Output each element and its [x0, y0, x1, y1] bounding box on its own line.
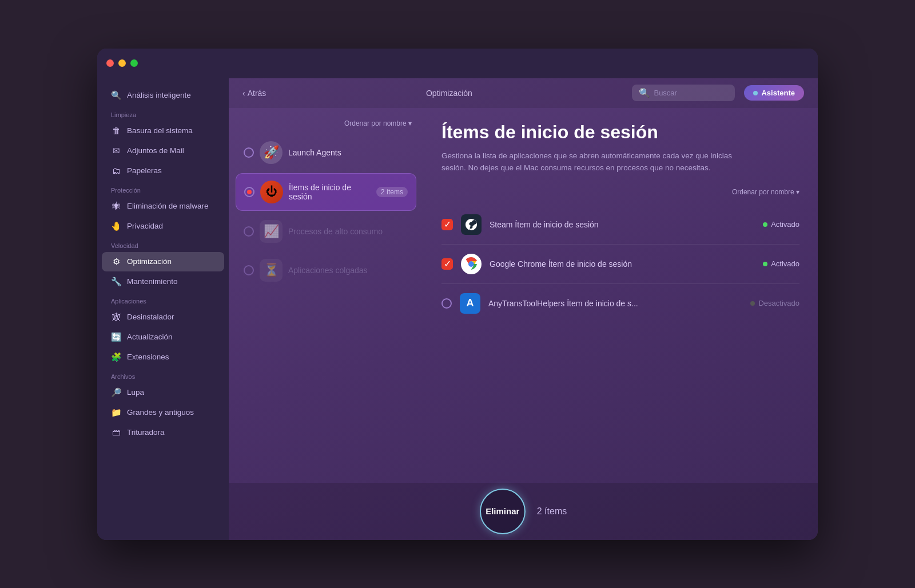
- inicio-sesion-radio[interactable]: [244, 187, 254, 197]
- svg-point-3: [469, 262, 474, 266]
- chrome-checkbox[interactable]: ✓: [441, 258, 453, 270]
- steam-app-icon: [461, 214, 482, 235]
- steam-status-label: Activado: [771, 220, 799, 229]
- sidebar-item-papeleras[interactable]: 🗂 Papeleras: [102, 161, 224, 181]
- analisis-icon: 🔍: [111, 90, 121, 101]
- search-input[interactable]: [654, 89, 728, 97]
- chrome-app-icon: [461, 254, 482, 274]
- section-proteccion: Protección: [97, 181, 229, 196]
- alto-consumo-radio[interactable]: [244, 226, 254, 237]
- colgadas-icon: ⏳: [260, 259, 283, 282]
- launch-agents-radio[interactable]: [244, 147, 254, 158]
- steam-status: Activado: [763, 220, 799, 229]
- list-item-launch-agents[interactable]: 🚀 Launch Agents: [236, 134, 416, 171]
- section-limpieza: Limpieza: [97, 106, 229, 121]
- section-aplicaciones: Aplicaciones: [97, 292, 229, 307]
- sidebar-grandes-label: Grandes y antiguos: [127, 408, 194, 417]
- list-item-inicio-sesion[interactable]: ⏻ Ítems de inicio de sesión 2 ítems: [236, 173, 416, 211]
- sidebar-item-privacidad[interactable]: 🤚 Privacidad: [102, 217, 224, 236]
- anytrans-status-label: Desactivado: [758, 299, 799, 307]
- eliminar-button[interactable]: Eliminar: [480, 489, 526, 534]
- inicio-sesion-label: Ítems de inicio de sesión: [289, 183, 371, 201]
- content-area: 🔍 Análisis inteligente Limpieza 🗑 Basura…: [97, 78, 818, 540]
- section-description: Gestiona la lista de aplicaciones que se…: [441, 150, 739, 174]
- topbar-title: Optimización: [275, 89, 623, 98]
- mantenimiento-icon: 🔧: [111, 277, 121, 287]
- anytrans-status: Desactivado: [750, 299, 799, 307]
- lupa-icon: 🔎: [111, 387, 121, 398]
- titlebar: [97, 49, 818, 78]
- chrome-status-label: Activado: [771, 259, 799, 268]
- table-row: A AnyTransToolHelpers Ítem de inicio de …: [441, 284, 799, 323]
- maximize-button[interactable]: [130, 59, 138, 67]
- sidebar-adjuntos-label: Adjuntos de Mail: [127, 146, 184, 155]
- left-sort-header[interactable]: Ordenar por nombre ▾: [236, 117, 416, 132]
- main-panel: ‹ Atrás Optimización 🔍 Asistente Ordenar…: [229, 78, 818, 540]
- basura-icon: 🗑: [111, 126, 121, 136]
- anytrans-status-dot: [750, 301, 755, 306]
- section-archivos: Archivos: [97, 367, 229, 382]
- steam-checkbox[interactable]: ✓: [441, 219, 453, 230]
- colgadas-radio[interactable]: [244, 265, 254, 275]
- sidebar-item-optimizacion[interactable]: ⚙ Optimización: [102, 252, 224, 271]
- assistant-button[interactable]: Asistente: [744, 85, 804, 101]
- extensiones-icon: 🧩: [111, 352, 121, 362]
- search-box[interactable]: 🔍: [632, 85, 735, 101]
- close-button[interactable]: [106, 59, 114, 67]
- chrome-item-name: Google Chrome Ítem de inicio de sesión: [490, 259, 755, 269]
- inicio-sesion-badge: 2 ítems: [376, 187, 408, 197]
- sidebar-item-actualizacion[interactable]: 🔄 Actualización: [102, 327, 224, 347]
- steam-status-dot: [763, 222, 767, 227]
- sidebar-analisis-label: Análisis inteligente: [127, 91, 191, 99]
- grandes-icon: 📁: [111, 407, 121, 418]
- two-col-layout: Ordenar por nombre ▾ 🚀 Launch Agents ⏻ Í…: [229, 108, 818, 483]
- sidebar-extensiones-label: Extensiones: [127, 353, 169, 361]
- sidebar-item-trituradora[interactable]: 🗃 Trituradora: [102, 423, 224, 442]
- inicio-sesion-icon: ⏻: [260, 181, 283, 203]
- launch-agents-icon: 🚀: [260, 141, 283, 164]
- sidebar-trituradora-label: Trituradora: [127, 428, 165, 437]
- top-bar: ‹ Atrás Optimización 🔍 Asistente: [229, 78, 818, 108]
- list-item-colgadas[interactable]: ⏳ Aplicaciones colgadas: [236, 252, 416, 289]
- sidebar-actualizacion-label: Actualización: [127, 333, 173, 341]
- steam-item-name: Steam Ítem de inicio de sesión: [490, 220, 755, 229]
- table-row: ✓ Google: [441, 245, 799, 284]
- left-column: Ordenar por nombre ▾ 🚀 Launch Agents ⏻ Í…: [229, 108, 423, 483]
- assistant-dot-icon: [753, 91, 758, 95]
- launch-agents-label: Launch Agents: [288, 148, 408, 157]
- sidebar-item-desinstalador[interactable]: 🕸 Desinstalador: [102, 307, 224, 327]
- anytrans-checkbox[interactable]: [441, 298, 452, 309]
- back-button[interactable]: ‹ Atrás: [242, 89, 266, 98]
- colgadas-label: Aplicaciones colgadas: [288, 266, 408, 275]
- section-velocidad: Velocidad: [97, 237, 229, 251]
- sidebar-item-basura[interactable]: 🗑 Basura del sistema: [102, 121, 224, 141]
- sidebar-item-grandes[interactable]: 📁 Grandes y antiguos: [102, 403, 224, 422]
- right-column: Ítems de inicio de sesión Gestiona la li…: [423, 108, 818, 483]
- sidebar: 🔍 Análisis inteligente Limpieza 🗑 Basura…: [97, 78, 229, 540]
- sidebar-item-analisis[interactable]: 🔍 Análisis inteligente: [102, 86, 224, 105]
- right-sort-header[interactable]: Ordenar por nombre ▾: [441, 188, 799, 196]
- actualizacion-icon: 🔄: [111, 332, 121, 342]
- malware-icon: 🕷: [111, 201, 121, 211]
- chrome-status-dot: [763, 262, 767, 266]
- sidebar-item-mantenimiento[interactable]: 🔧 Mantenimiento: [102, 272, 224, 291]
- sidebar-item-extensiones[interactable]: 🧩 Extensiones: [102, 347, 224, 367]
- sidebar-papeleras-label: Papeleras: [127, 166, 162, 175]
- chrome-status: Activado: [763, 259, 799, 268]
- sidebar-privacidad-label: Privacidad: [127, 222, 163, 230]
- bottom-count: 2 ítems: [537, 506, 567, 517]
- sidebar-item-lupa[interactable]: 🔎 Lupa: [102, 383, 224, 402]
- minimize-button[interactable]: [118, 59, 126, 67]
- bottom-bar: Eliminar 2 ítems: [229, 483, 818, 540]
- sidebar-item-malware[interactable]: 🕷 Eliminación de malware: [102, 197, 224, 216]
- list-item-alto-consumo[interactable]: 📈 Procesos de alto consumo: [236, 213, 416, 250]
- alto-consumo-label: Procesos de alto consumo: [288, 227, 408, 236]
- trituradora-icon: 🗃: [111, 427, 121, 438]
- sidebar-lupa-label: Lupa: [127, 388, 144, 397]
- papeleras-icon: 🗂: [111, 166, 121, 176]
- sidebar-optimizacion-label: Optimización: [127, 257, 172, 266]
- anytrans-app-icon: A: [460, 293, 480, 314]
- sidebar-item-adjuntos[interactable]: ✉ Adjuntos de Mail: [102, 141, 224, 161]
- items-list: ✓ Steam Ítem de inicio de sesión Act: [441, 205, 799, 323]
- assistant-label: Asistente: [761, 89, 795, 97]
